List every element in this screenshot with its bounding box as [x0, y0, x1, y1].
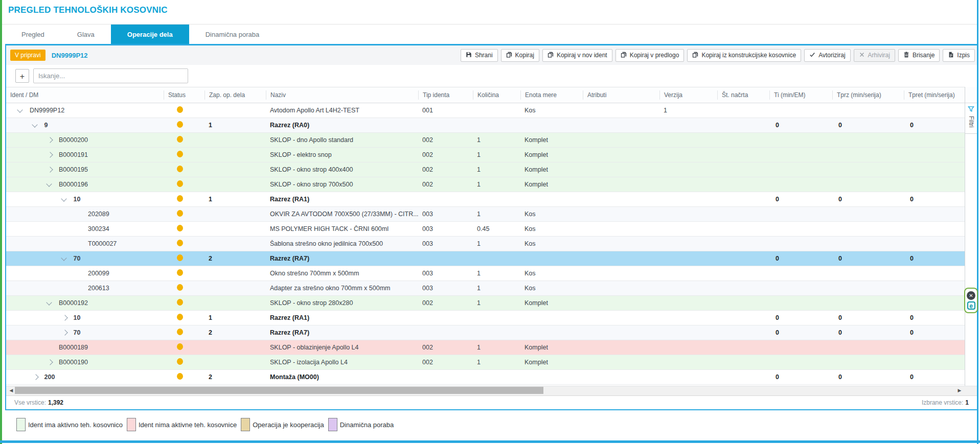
grid-zone: Ident / DMStatusZap. op. delaNazivTip id…	[6, 87, 977, 386]
chevron-down-icon[interactable]	[32, 122, 37, 127]
floating-widget: ✕ e	[964, 288, 978, 313]
brisanje-button[interactable]: Brisanje	[898, 49, 940, 62]
table-row[interactable]: 2002Montaža (MO00)000	[6, 370, 965, 385]
table-row[interactable]: DN9999P12Avtodom Apollo Art L4H2-TEST001…	[6, 103, 965, 118]
zap-op-dela-cell: 1	[204, 314, 266, 321]
chevron-right-icon[interactable]	[33, 374, 38, 380]
chevron-right-icon[interactable]	[47, 359, 53, 365]
chevron-down-icon[interactable]	[46, 181, 52, 186]
ident-label: 200	[44, 373, 55, 381]
tab-operacije-dela[interactable]: Operacije dela	[111, 25, 189, 44]
tpret-cell: 0	[904, 122, 965, 129]
table-row[interactable]: B0000196SKLOP - okno strop 700x5000021Ko…	[6, 177, 965, 192]
kopiraj-v-predlogo-button[interactable]: Kopiraj v predlogo	[616, 49, 685, 62]
scroll-left-arrow-icon[interactable]: ◀	[7, 386, 15, 394]
table-row[interactable]: 702Razrez (RA7)000	[6, 251, 965, 266]
status-dot-icon	[177, 329, 183, 335]
column-header[interactable]: Enota mere	[520, 90, 583, 100]
table-row[interactable]: 702Razrez (RA7)000	[6, 325, 965, 340]
scroll-right-arrow-icon[interactable]: ▶	[955, 386, 964, 394]
table-row[interactable]: B0000191SKLOP - elektro snop0021Komplet	[6, 148, 965, 162]
kolicina-cell: 1	[473, 344, 520, 351]
search-row: +	[6, 65, 977, 87]
close-icon[interactable]: ✕	[967, 291, 975, 300]
tab-pregled[interactable]: Pregled	[5, 25, 61, 44]
chevron-right-icon[interactable]	[62, 330, 67, 335]
table-row[interactable]: T0000027Šablona strešno okno jedilnica 7…	[6, 237, 965, 251]
table-row[interactable]: 202089OKVIR ZA AVTODOM 700X500 (27/33MM)…	[6, 207, 965, 222]
search-input[interactable]	[33, 68, 188, 83]
ident-cell: 202089	[6, 211, 164, 218]
tab-dinami-na-poraba[interactable]: Dinamična poraba	[189, 25, 276, 44]
chevron-down-icon[interactable]	[61, 255, 66, 261]
column-header[interactable]: Verzija	[659, 90, 717, 100]
avtoriziraj-button[interactable]: Avtoriziraj	[804, 49, 850, 62]
kopiraj-v-nov-ident-button[interactable]: Kopiraj v nov ident	[542, 49, 612, 62]
chevron-right-icon[interactable]	[62, 315, 67, 320]
table-row[interactable]: 101Razrez (RA1)000	[6, 311, 965, 325]
status-dot-icon	[177, 180, 183, 187]
column-header[interactable]: Količina	[473, 90, 520, 100]
horizontal-scrollbar[interactable]: ◀ ▶	[6, 386, 977, 395]
table-row[interactable]: B0000192SKLOP - okno strop 280x2800021Ko…	[6, 296, 965, 311]
save-icon	[466, 52, 472, 59]
table-row[interactable]: 300234MS POLYMER HIGH TACK - ČRNI 600ml0…	[6, 222, 965, 237]
tpret-cell: 0	[904, 196, 965, 203]
kopiraj-button[interactable]: Kopiraj	[501, 49, 539, 62]
app-logo-icon[interactable]: e	[967, 301, 975, 310]
column-header[interactable]: Ti (min/EM)	[769, 90, 832, 100]
table-row[interactable]: B0000190SKLOP - izolacija Apollo L40021K…	[6, 355, 965, 370]
column-header[interactable]: Ident / DM	[6, 90, 164, 100]
column-header[interactable]: Tpret (min/serija)	[904, 90, 965, 100]
naziv-cell: Adapter za strešno okno 700mm x 500mm	[266, 285, 418, 292]
enota-cell: Komplet	[520, 151, 583, 158]
naziv-cell: Avtodom Apollo Art L4H2-TEST	[266, 107, 418, 114]
ti-cell: 0	[769, 196, 832, 203]
page-title: PREGLED TEHNOLOŠKIH KOSOVNIC	[8, 5, 168, 15]
kopiraj-iz-konstrukcijske-kosovnice-button[interactable]: Kopiraj iz konstrukcijske kosovnice	[687, 49, 801, 62]
status-cell	[164, 299, 204, 307]
table-row[interactable]: 91Razrez (RA0)000	[6, 118, 965, 133]
add-button[interactable]: +	[15, 69, 29, 83]
chevron-down-icon[interactable]	[61, 196, 66, 201]
status-cell	[164, 314, 204, 322]
table-row[interactable]: B0000189SKLOP - oblazinjenje Apollo L400…	[6, 340, 965, 355]
table-row[interactable]: B0000200SKLOP - dno Apollo standard0021K…	[6, 133, 965, 148]
column-header[interactable]: Naziv	[266, 90, 418, 100]
status-cell	[164, 225, 204, 233]
column-header[interactable]: Zap. op. dela	[204, 90, 266, 100]
chevron-right-icon[interactable]	[47, 167, 53, 172]
tprz-cell: 0	[832, 373, 904, 381]
shrani-button[interactable]: Shrani	[461, 49, 498, 62]
chevron-right-icon[interactable]	[47, 137, 53, 143]
legend-swatch	[16, 418, 26, 431]
tab-glava[interactable]: Glava	[61, 25, 111, 44]
scrollbar-thumb[interactable]	[15, 387, 543, 394]
table-row[interactable]: 101Razrez (RA1)000	[6, 192, 965, 207]
enota-cell: Kos	[520, 107, 583, 114]
column-header[interactable]: Št. načrta	[717, 90, 769, 100]
table-row[interactable]: B0000195SKLOP - okno strop 400x4000021Ko…	[6, 162, 965, 177]
arhiviraj-button[interactable]: Arhiviraj	[854, 49, 895, 62]
column-header[interactable]: Tip identa	[418, 90, 473, 100]
ident-cell: B0000200	[6, 136, 164, 144]
column-header[interactable]: Status	[164, 90, 204, 100]
copy-icon	[692, 52, 698, 59]
filters-tab[interactable]: Filtri	[965, 103, 977, 134]
chevron-down-icon[interactable]	[17, 107, 22, 112]
ident-cell: 200613	[6, 285, 164, 292]
ident-cell: T0000027	[6, 240, 164, 247]
legend-swatch	[328, 418, 337, 431]
enota-cell: Komplet	[520, 344, 583, 351]
chevron-down-icon[interactable]	[46, 299, 52, 305]
ident-label: B0000191	[59, 151, 88, 158]
column-header[interactable]: Atributi	[583, 90, 659, 100]
column-header[interactable]: Tprz (min/serija)	[832, 90, 904, 100]
table-row[interactable]: 200099Okno strešno 700mm x 500mm0031Kos	[6, 266, 965, 281]
enota-cell: Komplet	[520, 359, 583, 366]
tprz-cell: 0	[832, 329, 904, 336]
kolicina-cell: 1	[473, 136, 520, 144]
table-row[interactable]: 200613Adapter za strešno okno 700mm x 50…	[6, 281, 965, 296]
izpis-button[interactable]: Izpis	[943, 49, 975, 62]
chevron-right-icon[interactable]	[47, 152, 53, 157]
